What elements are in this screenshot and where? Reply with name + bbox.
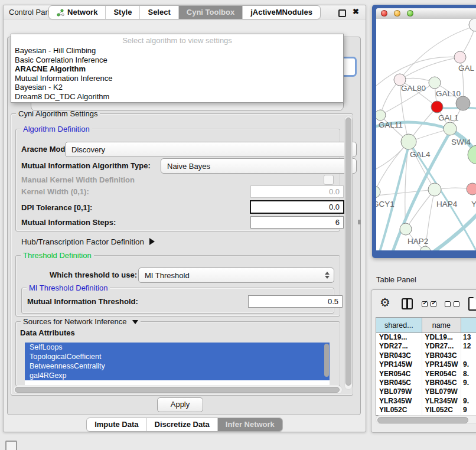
table-cell: 9 xyxy=(461,406,476,415)
table-cell: YBR043C xyxy=(376,351,422,360)
hub-section-toggle[interactable]: Hub/Transcription Factor Definition xyxy=(21,236,155,247)
aracne-mode-select[interactable]: Discovery xyxy=(65,142,357,157)
table-row[interactable]: YBL079WYBL079W xyxy=(376,387,476,396)
algorithm-option[interactable]: Bayesian - Hill Climbing xyxy=(11,46,343,56)
sources-title[interactable]: Sources for Network Inference xyxy=(21,317,141,326)
algorithm-definition-title: Algorithm Definition xyxy=(21,125,92,133)
close-traffic-light-icon[interactable] xyxy=(381,10,387,17)
list-scrollbar-thumb[interactable] xyxy=(324,344,329,377)
apply-button[interactable]: Apply xyxy=(157,397,203,412)
table-cell: YBR045C xyxy=(376,379,422,387)
mi-steps-field[interactable]: 6 xyxy=(250,216,344,229)
network-node-gal4[interactable] xyxy=(401,134,416,149)
minimized-panel-icon[interactable] xyxy=(5,441,17,450)
network-node-gal10[interactable] xyxy=(429,77,441,89)
scrollbar-thumb[interactable] xyxy=(345,118,351,386)
combo-arrows-icon xyxy=(325,272,330,279)
tab-infer-network[interactable]: Infer Network xyxy=(217,418,282,431)
algorithm-option[interactable]: Mutual Information Inference xyxy=(11,74,343,83)
table-cell: YPR145W xyxy=(376,360,422,369)
mi-algorithm-value: Naive Bayes xyxy=(167,162,210,171)
column-header-shared[interactable]: shared... xyxy=(376,318,422,332)
zoom-traffic-light-icon[interactable] xyxy=(407,10,413,17)
attribute-item[interactable]: BetweennessCentrality xyxy=(25,361,330,371)
settings-vertical-scrollbar[interactable] xyxy=(344,116,353,390)
table-row[interactable]: YLR345WYLR345W9. xyxy=(376,397,476,406)
network-node[interactable] xyxy=(420,246,431,250)
network-window-titlebar[interactable] xyxy=(376,8,476,19)
algorithm-option[interactable]: ARACNE Algorithm xyxy=(11,64,343,74)
table-cell: YPR145W xyxy=(422,360,462,369)
column-header-name[interactable]: name xyxy=(422,318,462,332)
network-node-gcy1[interactable] xyxy=(376,186,380,198)
table-row[interactable]: YPR145WYPR145W9. xyxy=(376,360,476,369)
table-horizontal-scrollbar[interactable] xyxy=(376,415,476,424)
table-row[interactable]: YIL052CYIL052C9 xyxy=(376,406,476,415)
scrollbar-thumb[interactable] xyxy=(15,387,340,393)
scrollbar-thumb[interactable] xyxy=(377,417,468,423)
network-node[interactable] xyxy=(456,96,470,110)
network-node[interactable] xyxy=(468,145,476,164)
table-header-row: shared...name xyxy=(376,318,476,333)
column-header-col2[interactable] xyxy=(461,318,476,332)
table-row[interactable]: YER054CYER054C8. xyxy=(376,370,476,379)
tab-label: Infer Network xyxy=(226,418,275,431)
manual-kernel-checkbox[interactable] xyxy=(324,175,334,185)
network-canvas[interactable]: GALGAL80GAL10GAL1SWI4GAL11GAL4GCY1HAP4YH… xyxy=(376,19,476,250)
columns-icon[interactable] xyxy=(402,298,413,309)
attribute-item[interactable]: gal4RGexp xyxy=(25,371,330,380)
network-node-y[interactable] xyxy=(467,183,476,195)
threshold-definition-title: Threshold Definition xyxy=(21,251,94,260)
deselect-all-icon[interactable] xyxy=(445,301,462,307)
attribute-item[interactable]: SelfLoops xyxy=(25,343,330,352)
mi-threshold-field[interactable]: 0.5 xyxy=(248,295,343,308)
table-cell: YIL052C xyxy=(422,406,462,415)
table-row[interactable]: YBR043CYBR043C xyxy=(376,351,476,360)
settings-horizontal-scrollbar[interactable] xyxy=(13,386,343,394)
kernel-width-value: 0.0 xyxy=(329,187,340,196)
which-threshold-select[interactable]: MI Threshold xyxy=(138,268,334,283)
network-node-gal1[interactable] xyxy=(431,101,443,113)
node-label: HAP4 xyxy=(436,200,458,208)
table-row[interactable]: YDR27...YDR27...12 xyxy=(376,342,476,351)
network-node-gal[interactable] xyxy=(454,51,466,63)
table-row[interactable]: YDL19...YDL19...13 xyxy=(376,333,476,342)
tab-discretize-data[interactable]: Discretize Data xyxy=(146,418,217,431)
attribute-item[interactable]: TopologicalCoefficient xyxy=(25,352,330,361)
aracne-mode-value: Discovery xyxy=(71,145,105,154)
minimize-traffic-light-icon[interactable] xyxy=(394,10,400,17)
table-cell: YBR045C xyxy=(422,379,462,387)
network-node-swi4[interactable] xyxy=(444,122,457,135)
which-threshold-label: Which threshold to use: xyxy=(50,268,137,282)
mi-algorithm-select[interactable]: Naive Bayes xyxy=(161,158,357,174)
node-label: GAL4 xyxy=(410,150,431,159)
panel-splitter-handle[interactable] xyxy=(358,220,361,224)
node-label: GAL xyxy=(458,64,475,73)
algorithm-option[interactable]: Basic Correlation Inference xyxy=(11,56,343,65)
sources-title-text: Sources for Network Inference xyxy=(23,317,127,326)
kernel-width-field[interactable]: 0.0 xyxy=(250,185,344,198)
node-label: GAL11 xyxy=(379,120,403,129)
hub-section-label: Hub/Transcription Factor Definition xyxy=(21,237,144,246)
table-cell: YLR345W xyxy=(422,397,462,406)
network-node[interactable] xyxy=(469,19,476,31)
control-panel-window: Control Panel ✖ NetworkStyleSelectCyni T… xyxy=(3,5,366,432)
mi-threshold-group-title: MI Threshold Definition xyxy=(27,283,110,292)
node-label: Y xyxy=(471,200,476,208)
network-node-hap4[interactable] xyxy=(428,183,441,196)
dpi-tolerance-field[interactable]: 0.0 xyxy=(250,200,344,214)
algorithm-option[interactable]: Bayesian - K2 xyxy=(11,83,343,92)
table-cell: YBL079W xyxy=(376,387,422,396)
table-cell: 12 xyxy=(461,342,476,351)
network-node-gal11[interactable] xyxy=(376,110,386,120)
table-row[interactable]: YBR045CYBR045C9. xyxy=(376,379,476,387)
algorithm-option[interactable]: Dream8 DC_TDC Algorithm xyxy=(11,92,343,102)
new-table-icon[interactable] xyxy=(468,297,476,311)
tab-impute-data[interactable]: Impute Data xyxy=(87,418,146,431)
network-node-hap2[interactable] xyxy=(400,223,412,235)
table-cell: YER054C xyxy=(376,370,422,379)
tab-label: Discretize Data xyxy=(155,418,210,431)
table-cell xyxy=(461,387,476,396)
gear-icon[interactable]: ⚙ xyxy=(380,296,390,308)
select-all-icon[interactable] xyxy=(422,301,439,307)
